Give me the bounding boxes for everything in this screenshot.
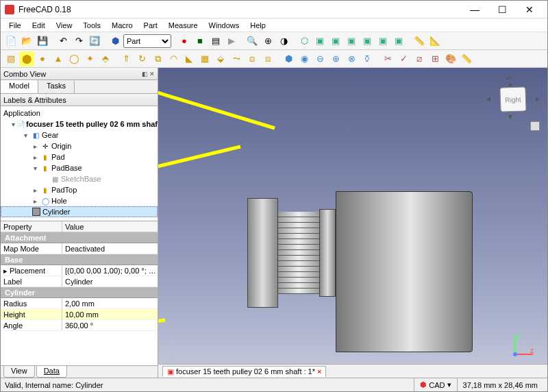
tree-cylinder[interactable]: Cylinder: [1, 206, 158, 217]
tree-document[interactable]: ▾📄focuser 15 teeth pulley 02 6 mm shaft: [1, 119, 158, 130]
fillet-icon[interactable]: ◠: [166, 51, 181, 66]
group-attachment[interactable]: Attachment: [1, 232, 158, 243]
close-tab-icon[interactable]: ×: [317, 367, 321, 376]
minimize-button[interactable]: —: [461, 1, 488, 18]
split-icon[interactable]: ✂: [380, 51, 395, 66]
ruled-icon[interactable]: ▦: [197, 51, 212, 66]
part-box-icon[interactable]: ▧: [3, 51, 18, 66]
macro-list-icon[interactable]: ▤: [208, 34, 223, 49]
tree-body-gear[interactable]: ▾◧Gear: [1, 130, 158, 140]
dock-float-icon[interactable]: ◧: [142, 71, 148, 77]
mirror-icon[interactable]: ⧉: [150, 51, 165, 66]
check-icon[interactable]: ✓: [396, 51, 411, 66]
3d-viewport[interactable]: ⤺ ◂ ▸ ▴ ▾ Right y z: [158, 68, 547, 378]
tab-data[interactable]: Data: [36, 366, 67, 378]
whatsthis-icon[interactable]: 🔍: [245, 34, 260, 49]
macro-record-icon[interactable]: ●: [177, 34, 192, 49]
workbench-icon[interactable]: ⬢: [108, 34, 123, 49]
part-sphere-icon[interactable]: ●: [35, 51, 50, 66]
workbench-selector[interactable]: Part: [123, 34, 171, 48]
sweep-icon[interactable]: ⤳: [229, 51, 244, 66]
part-cone-icon[interactable]: ▲: [51, 51, 66, 66]
cube-arrow-left-icon[interactable]: ◂: [486, 94, 490, 103]
macro-stop-icon[interactable]: ■: [192, 34, 208, 49]
thickness-icon[interactable]: ⧇: [260, 51, 275, 66]
fuse-icon[interactable]: ⊕: [328, 51, 343, 66]
extrude-icon[interactable]: ⇑: [119, 51, 134, 66]
loft-icon[interactable]: ⬙: [213, 51, 228, 66]
tree-origin[interactable]: ▸✛Origin: [1, 140, 158, 151]
model-tree[interactable]: Application ▾📄focuser 15 teeth pulley 02…: [1, 106, 158, 221]
boolean-icon[interactable]: ◉: [297, 51, 312, 66]
part-builder-icon[interactable]: ⬘: [98, 51, 113, 66]
view-left-icon[interactable]: ▣: [391, 34, 406, 49]
view-bottom-icon[interactable]: ▣: [375, 34, 390, 49]
section-icon[interactable]: ⧄: [412, 51, 427, 66]
chamfer-icon[interactable]: ◣: [182, 51, 197, 66]
part-cylinder-icon[interactable]: ⬤: [19, 51, 34, 66]
appearance-icon[interactable]: 🎨: [443, 51, 458, 66]
close-button[interactable]: ✕: [516, 1, 543, 18]
tree-pad[interactable]: ▸▮Pad: [1, 151, 158, 162]
tree-padtop[interactable]: ▸▮PadTop: [1, 184, 158, 195]
draw-style-icon[interactable]: ◑: [276, 34, 291, 49]
redo-icon[interactable]: ↷: [71, 34, 86, 49]
group-cylinder[interactable]: Cylinder: [1, 287, 158, 298]
cube-mini-icon[interactable]: [530, 121, 540, 131]
part-primitives-icon[interactable]: ✦: [82, 51, 97, 66]
tab-model[interactable]: Model: [1, 80, 38, 93]
fit-all-icon[interactable]: ⊕: [260, 34, 275, 49]
document-tab[interactable]: ▣ focuser 15 teeth pulley 02 6 mm shaft …: [162, 366, 326, 377]
macro-play-icon[interactable]: ▶: [224, 34, 239, 49]
menu-windows[interactable]: Windows: [203, 20, 245, 31]
cube-arrow-down-icon[interactable]: ▾: [508, 112, 512, 121]
save-file-icon[interactable]: 💾: [35, 34, 50, 49]
navigation-cube[interactable]: ⤺ ◂ ▸ ▴ ▾ Right: [489, 75, 537, 123]
offset-icon[interactable]: ⧈: [245, 51, 260, 66]
prop-mapmode[interactable]: Map ModeDeactivated: [1, 243, 158, 254]
measure-icon[interactable]: 📏: [459, 51, 474, 66]
cross-icon[interactable]: ⊞: [427, 51, 443, 66]
revolve-icon[interactable]: ↻: [134, 51, 149, 66]
tree-sketchbase[interactable]: ▦SketchBase: [1, 173, 158, 184]
prop-label[interactable]: LabelCylinder: [1, 276, 158, 287]
part-torus-icon[interactable]: ◯: [66, 51, 82, 66]
view-front-icon[interactable]: ▣: [312, 34, 327, 49]
menu-macro[interactable]: Macro: [106, 20, 138, 31]
menu-file[interactable]: File: [3, 20, 27, 31]
prop-placement[interactable]: ▸ Placement[(0,00 0,00 1,00); 0,00 °; (0…: [1, 265, 158, 276]
menu-edit[interactable]: Edit: [27, 20, 51, 31]
prop-radius[interactable]: Radius2,00 mm: [1, 298, 158, 309]
measure-angular-icon[interactable]: 📐: [427, 34, 443, 49]
view-iso-icon[interactable]: ⬡: [297, 34, 312, 49]
undo-icon[interactable]: ↶: [55, 34, 71, 49]
nav-style-indicator[interactable]: ⬢ CAD ▾: [414, 378, 456, 391]
refresh-icon[interactable]: 🔄: [87, 34, 102, 49]
menu-help[interactable]: Help: [245, 20, 271, 31]
open-file-icon[interactable]: 📂: [19, 34, 34, 49]
tree-application[interactable]: Application: [1, 108, 158, 119]
tab-tasks[interactable]: Tasks: [38, 80, 75, 93]
tree-padbase[interactable]: ▾▮PadBase: [1, 162, 158, 173]
tree-hole[interactable]: ▸◯Hole: [1, 195, 158, 206]
common-icon[interactable]: ⊗: [344, 51, 359, 66]
join-icon[interactable]: ⧲: [360, 51, 375, 66]
maximize-button[interactable]: ☐: [488, 1, 516, 18]
prop-angle[interactable]: Angle360,00 °: [1, 320, 158, 331]
group-base[interactable]: Base: [1, 254, 158, 265]
menu-view[interactable]: View: [51, 20, 78, 31]
measure-linear-icon[interactable]: 📏: [412, 34, 427, 49]
new-file-icon[interactable]: 📄: [3, 34, 18, 49]
dock-close-icon[interactable]: ✕: [149, 71, 155, 77]
view-right-icon[interactable]: ▣: [344, 34, 359, 49]
cut-icon[interactable]: ⊖: [312, 51, 327, 66]
cube-arrow-right-icon[interactable]: ▸: [536, 94, 540, 103]
menu-tools[interactable]: Tools: [77, 20, 106, 31]
prop-height[interactable]: Height10,00 mm: [1, 309, 158, 320]
menu-part[interactable]: Part: [138, 20, 163, 31]
tab-view[interactable]: View: [3, 366, 35, 378]
menu-measure[interactable]: Measure: [163, 20, 203, 31]
view-rear-icon[interactable]: ▣: [360, 34, 375, 49]
cube-face-right[interactable]: Right: [499, 86, 526, 112]
view-top-icon[interactable]: ▣: [328, 34, 343, 49]
